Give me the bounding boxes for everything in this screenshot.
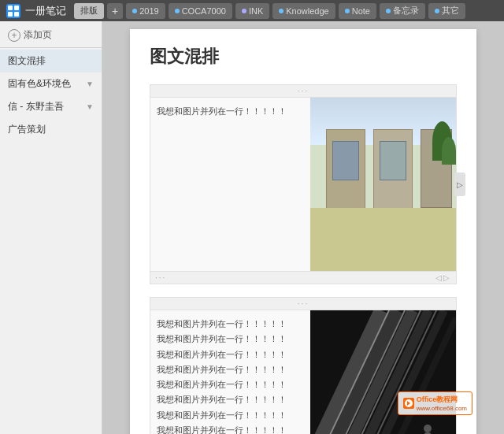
content-area: 图文混排 ··· 我想和图片并列在一行！！！！！ — [102, 21, 504, 434]
sidebar-item-tuwenhunpai-label: 图文混排 — [8, 54, 46, 68]
photo1-placeholder — [310, 98, 456, 271]
tree2 — [442, 137, 456, 165]
add-page-button[interactable]: + 添加页 — [0, 24, 102, 46]
watermark: Office教程网 www.office68.com — [398, 391, 472, 415]
tab-ink[interactable]: INK — [235, 3, 269, 19]
photo1-ground — [310, 208, 456, 271]
block2-row: 我想和图片并列在一行！！！！！ 我想和图片并列在一行！！！！！ 我想和图片并列在… — [150, 310, 456, 434]
block1-text: 我想和图片并列在一行！！！！！ — [150, 98, 310, 271]
sidebar-item-tuwenhunpai[interactable]: 图文混排 — [0, 50, 102, 72]
document: 图文混排 ··· 我想和图片并列在一行！！！！！ — [130, 29, 476, 434]
tab-ink-label: INK — [249, 6, 263, 16]
booth1-window — [332, 141, 359, 180]
main-layout: + 添加页 图文混排 固有色&环境色 ▼ 信 - 东野圭吾 ▼ 广告策划 图文混… — [0, 21, 504, 434]
tab-qita[interactable]: 其它 — [428, 3, 465, 19]
tab-coca7000[interactable]: COCA7000 — [169, 3, 232, 19]
tab-qita-label: 其它 — [442, 5, 459, 17]
tab-beijilu-label: 备忘录 — [393, 5, 419, 17]
tab-coca7000-dot — [175, 9, 180, 13]
sidebar-item-dongye-label: 信 - 东野圭吾 — [8, 100, 64, 113]
block2-line-6: 我想和图片并列在一行！！！！！ — [157, 392, 304, 407]
block2-line-2: 我想和图片并列在一行！！！！！ — [157, 332, 304, 347]
tab-paibian[interactable]: 排版 — [74, 3, 104, 19]
block2-line-1: 我想和图片并列在一行！！！！！ — [157, 317, 304, 332]
tab-beijilu-dot — [386, 9, 391, 13]
tab-coca7000-label: COCA7000 — [182, 6, 226, 16]
sidebar-item-dongye[interactable]: 信 - 东野圭吾 ▼ — [0, 95, 102, 118]
tab-note-dot — [345, 9, 350, 13]
tab-2019-label: 2019 — [139, 6, 158, 16]
office-icon — [403, 398, 414, 409]
watermark-text: Office教程网 www.office68.com — [417, 395, 467, 412]
sidebar-item-guanggao-label: 广告策划 — [8, 123, 46, 136]
titlebar: 一册笔记 排版 + 2019 COCA7000 INK Knowledge No… — [0, 0, 504, 21]
svg-rect-0 — [8, 6, 13, 10]
tab-2019[interactable]: 2019 — [126, 3, 165, 19]
tab-knowledge[interactable]: Knowledge — [272, 3, 335, 19]
app-icon — [6, 4, 20, 18]
block2-line-3: 我想和图片并列在一行！！！！！ — [157, 347, 304, 362]
sidebar-item-guyouse[interactable]: 固有色&环境色 ▼ — [0, 72, 102, 95]
watermark-line2: www.office68.com — [417, 405, 467, 412]
sidebar-arrow-icon-2: ▼ — [86, 102, 94, 111]
block2-text: 我想和图片并列在一行！！！！！ 我想和图片并列在一行！！！！！ 我想和图片并列在… — [150, 310, 310, 434]
booth2-window — [380, 141, 406, 180]
svg-rect-2 — [8, 12, 13, 17]
sidebar-item-guanggao[interactable]: 广告策划 — [0, 118, 102, 141]
photo2-svg — [310, 310, 456, 434]
sidebar: + 添加页 图文混排 固有色&环境色 ▼ 信 - 东野圭吾 ▼ 广告策划 — [0, 21, 102, 434]
content-block-1: ··· 我想和图片并列在一行！！！！！ — [150, 84, 457, 284]
sidebar-divider — [0, 47, 102, 48]
block1-image — [310, 98, 456, 271]
block2-line-4: 我想和图片并列在一行！！！！！ — [157, 362, 304, 377]
tab-2019-dot — [132, 9, 137, 13]
block1-dots-bottom-text: ··· — [155, 273, 166, 282]
block2-line-5: 我想和图片并列在一行！！！！！ — [157, 377, 304, 392]
block1-dots-bottom-right: ◁▷ — [435, 273, 451, 282]
tab-paibian-label: 排版 — [80, 5, 98, 17]
tab-beijilu[interactable]: 备忘录 — [380, 3, 425, 19]
block2-dots-top: ··· — [150, 298, 456, 310]
block2-line-8: 我想和图片并列在一行！！！！！ — [157, 423, 304, 434]
content-scroll[interactable]: 图文混排 ··· 我想和图片并列在一行！！！！！ — [102, 21, 504, 434]
plus-circle-icon: + — [8, 29, 20, 42]
tab-knowledge-dot — [279, 9, 284, 13]
page-title: 图文混排 — [150, 45, 457, 69]
tab-bar: 排版 + 2019 COCA7000 INK Knowledge Note 备忘… — [74, 3, 498, 19]
tab-note-label: Note — [352, 6, 370, 16]
block1-row: 我想和图片并列在一行！！！！！ — [150, 98, 456, 271]
tab-qita-dot — [435, 9, 439, 13]
svg-rect-1 — [14, 6, 19, 10]
add-tab-button[interactable]: + — [107, 3, 123, 19]
photo2-placeholder — [310, 310, 456, 434]
block2-line-7: 我想和图片并列在一行！！！！！ — [157, 408, 304, 423]
block2-image — [310, 310, 456, 434]
svg-point-16 — [424, 425, 432, 432]
watermark-line1: Office教程网 — [417, 395, 467, 405]
nav-arrow-right[interactable]: ▷ — [454, 172, 465, 196]
block1-dots-bottom: ··· ◁▷ — [150, 271, 456, 284]
tab-knowledge-label: Knowledge — [286, 6, 328, 16]
block1-text-content: 我想和图片并列在一行！！！！！ — [157, 106, 287, 116]
add-page-label: 添加页 — [24, 28, 52, 42]
tab-note[interactable]: Note — [339, 3, 376, 19]
block1-dots-top: ··· — [150, 85, 456, 98]
sidebar-item-guyouse-label: 固有色&环境色 — [8, 77, 71, 91]
tab-ink-dot — [242, 9, 246, 13]
svg-rect-3 — [14, 12, 19, 17]
sidebar-arrow-icon: ▼ — [86, 80, 94, 88]
app-title: 一册笔记 — [25, 4, 66, 18]
